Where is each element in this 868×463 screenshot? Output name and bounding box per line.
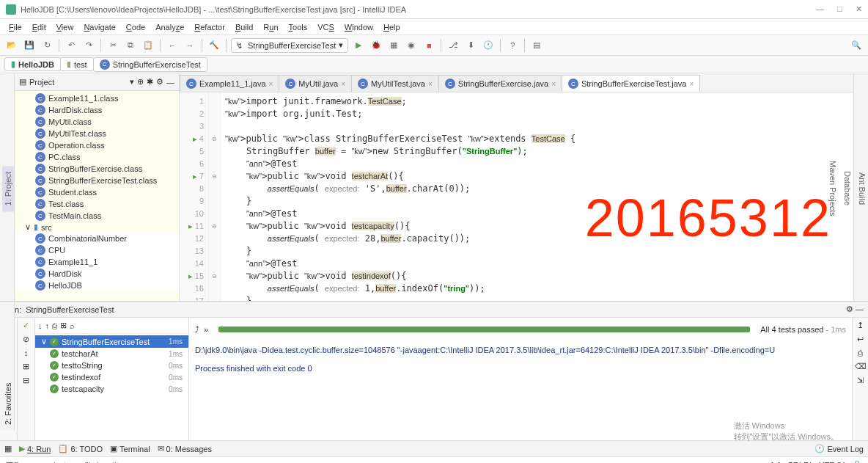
stop-button[interactable]: ■: [422, 38, 436, 53]
sort-icon[interactable]: ↕: [24, 349, 29, 357]
tree-item[interactable]: CExample11_1.class: [15, 92, 179, 104]
expand-icon[interactable]: ⊞: [23, 362, 29, 371]
tree-item[interactable]: CMyUtilTest.class: [15, 128, 179, 139]
tb-icon[interactable]: ⊞: [60, 321, 67, 330]
redo-icon[interactable]: ↷: [81, 38, 96, 53]
clear-icon[interactable]: ⌫: [855, 362, 867, 371]
tree-folder-src[interactable]: ∨▮src: [15, 222, 179, 233]
menu-tools[interactable]: Tools: [284, 21, 312, 33]
tree-item[interactable]: CTest.class: [15, 198, 179, 210]
tree-item[interactable]: CHelloJDB: [15, 280, 179, 291]
vcs-icon[interactable]: ⎇: [446, 38, 460, 53]
tb-icon[interactable]: ⎙: [52, 321, 57, 330]
minimize-icon[interactable]: —: [816, 4, 824, 14]
menu-navigate[interactable]: Navigate: [79, 21, 119, 33]
run-config-combo[interactable]: ↯ StringBufferExerciseTest ▾: [231, 38, 348, 53]
collapse-icon[interactable]: ✱: [147, 77, 153, 87]
history-icon[interactable]: 🕐: [481, 38, 496, 53]
close-tab-icon[interactable]: ×: [551, 80, 556, 88]
tree-item[interactable]: CPC.class: [15, 151, 179, 163]
tree-item[interactable]: CExample11_1: [15, 256, 179, 268]
test-item[interactable]: ✓testindexof0ms: [35, 371, 188, 383]
bottom-terminal[interactable]: ▣Terminal: [110, 444, 150, 453]
help-icon[interactable]: ?: [505, 38, 520, 53]
refresh-icon[interactable]: ↻: [40, 38, 54, 53]
encoding[interactable]: UTF-8‡: [819, 461, 846, 464]
update-icon[interactable]: ⬇: [463, 38, 478, 53]
bottom-messages[interactable]: ✉0: Messages: [158, 444, 212, 453]
print-icon[interactable]: ⎙: [858, 349, 863, 357]
build-icon[interactable]: 🔨: [207, 38, 221, 53]
hide-icon[interactable]: —: [166, 78, 174, 87]
tree-item[interactable]: CMyUtil.class: [15, 116, 179, 128]
maximize-icon[interactable]: □: [837, 4, 842, 14]
menu-analyze[interactable]: Analyze: [151, 21, 188, 33]
cursor-pos[interactable]: 1:1: [770, 461, 781, 464]
tree-item[interactable]: CHardDisk: [15, 268, 179, 280]
console[interactable]: D:\jdk9.0\bin\java -Didea.test.cyclic.bu…: [189, 341, 852, 440]
bottom-eventlog[interactable]: 🕐Event Log: [814, 444, 864, 453]
bottom-run[interactable]: ▶4: Run: [19, 444, 51, 453]
structure-icon[interactable]: ▤: [529, 38, 544, 53]
scroll-icon[interactable]: ↥: [857, 321, 864, 330]
editor-tab[interactable]: CStringBufferExerciseTest.java×: [562, 75, 700, 92]
tree-item[interactable]: COperation.class: [15, 139, 179, 151]
forward-icon[interactable]: →: [183, 38, 197, 53]
close-icon[interactable]: ✕: [856, 4, 862, 14]
collapse-all-icon[interactable]: ⊟: [23, 376, 29, 385]
debug-button[interactable]: 🐞: [369, 38, 383, 53]
settings-icon[interactable]: ⚙: [156, 77, 163, 87]
tab-project[interactable]: 1: Project: [2, 166, 14, 211]
tree-item[interactable]: CTestMain.class: [15, 210, 179, 222]
save-icon[interactable]: 💾: [22, 38, 37, 53]
tab-favorites[interactable]: 2: Favorites: [2, 302, 14, 431]
back-icon[interactable]: ←: [165, 38, 180, 53]
tree-item[interactable]: CCPU: [15, 244, 179, 256]
search-icon[interactable]: 🔍: [849, 38, 864, 53]
menu-help[interactable]: Help: [379, 21, 405, 33]
menu-file[interactable]: File: [4, 21, 26, 33]
run-settings-icon[interactable]: ⚙ —: [846, 305, 864, 314]
line-sep[interactable]: CRLF‡: [787, 461, 813, 464]
crumb-folder[interactable]: ▮test: [60, 57, 94, 71]
test-item[interactable]: ✓testcharAt1ms: [35, 348, 188, 360]
lock-icon[interactable]: 🔒: [852, 460, 862, 463]
crumb-file[interactable]: CStringBufferExerciseTest: [93, 57, 207, 72]
tb-icon[interactable]: ⤴: [195, 325, 199, 334]
menu-view[interactable]: View: [52, 21, 78, 33]
editor-tab[interactable]: CExample11_1.java×: [180, 75, 279, 92]
fold-gutter[interactable]: ⊖⊖⊖⊖: [209, 92, 221, 301]
editor-tab[interactable]: CStringBufferExercise.java×: [438, 75, 562, 92]
test-item[interactable]: ✓testtoString0ms: [35, 360, 188, 371]
tb-icon[interactable]: »: [204, 325, 208, 334]
tool-window-icon[interactable]: ▦: [4, 444, 12, 453]
close-tab-icon[interactable]: ×: [689, 80, 694, 88]
profile-icon[interactable]: ◉: [404, 38, 419, 53]
menu-vcs[interactable]: VCS: [313, 21, 339, 33]
tb-icon[interactable]: ⌕: [70, 321, 75, 330]
tree-item[interactable]: CHardDisk.class: [15, 104, 179, 116]
tree-item[interactable]: CStudent.class: [15, 186, 179, 198]
tab-ant[interactable]: Ant Build: [856, 167, 868, 211]
menu-window[interactable]: Window: [340, 21, 378, 33]
coverage-icon[interactable]: ▦: [386, 38, 401, 53]
test-item[interactable]: ∨ ✓StringBufferExerciseTest1ms: [35, 335, 188, 348]
menu-build[interactable]: Build: [231, 21, 257, 33]
editor-tab[interactable]: CMyUtil.java×: [279, 75, 352, 92]
cut-icon[interactable]: ✂: [106, 38, 120, 53]
menu-refactor[interactable]: Refactor: [190, 21, 229, 33]
crumb-project[interactable]: ▮HelloJDB: [4, 57, 61, 71]
menu-edit[interactable]: Edit: [28, 21, 51, 33]
bottom-todo[interactable]: 📋6: TODO: [58, 444, 103, 453]
run-button[interactable]: ▶: [351, 38, 366, 53]
status-icon[interactable]: ▦: [6, 460, 13, 463]
pass-filter-icon[interactable]: ✓: [23, 321, 29, 330]
close-tab-icon[interactable]: ×: [341, 80, 345, 88]
wrap-icon[interactable]: ↩: [857, 335, 864, 344]
paste-icon[interactable]: 📋: [141, 38, 155, 53]
menu-code[interactable]: Code: [122, 21, 150, 33]
tree-item[interactable]: CStringBufferExerciseTest.class: [15, 175, 179, 186]
export-icon[interactable]: ⇲: [857, 376, 864, 385]
tb-icon[interactable]: ↓: [38, 321, 43, 330]
tree-item[interactable]: CCombinatorialNumber: [15, 233, 179, 244]
